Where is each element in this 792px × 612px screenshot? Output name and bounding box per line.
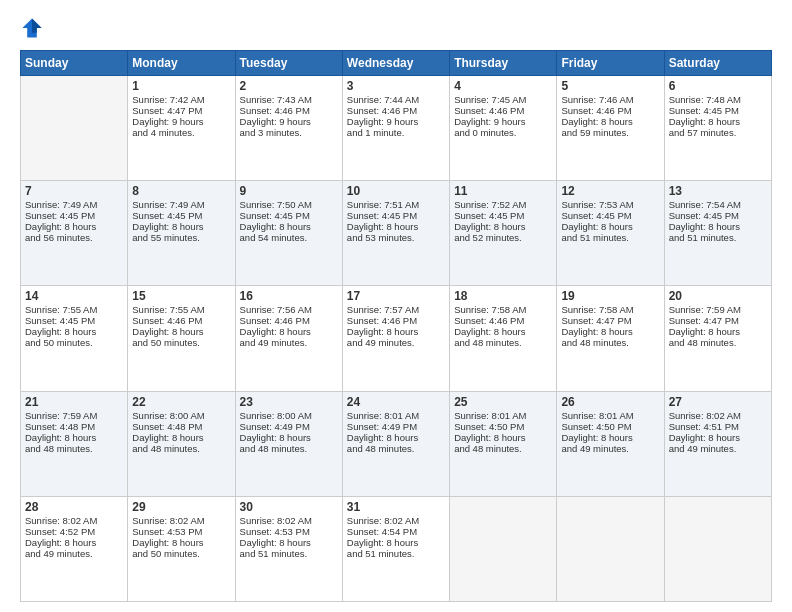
calendar-cell: 13Sunrise: 7:54 AMSunset: 4:45 PMDayligh… — [664, 181, 771, 286]
day-number: 5 — [561, 79, 659, 93]
calendar-cell: 29Sunrise: 8:02 AMSunset: 4:53 PMDayligh… — [128, 496, 235, 601]
day-info: and 49 minutes. — [669, 443, 767, 454]
weekday-header-saturday: Saturday — [664, 51, 771, 76]
day-info: and 48 minutes. — [347, 443, 445, 454]
calendar-cell: 20Sunrise: 7:59 AMSunset: 4:47 PMDayligh… — [664, 286, 771, 391]
day-info: Sunrise: 8:01 AM — [561, 410, 659, 421]
day-info: Sunset: 4:45 PM — [347, 210, 445, 221]
day-info: Sunrise: 8:02 AM — [240, 515, 338, 526]
calendar-cell: 18Sunrise: 7:58 AMSunset: 4:46 PMDayligh… — [450, 286, 557, 391]
day-info: Daylight: 8 hours — [669, 432, 767, 443]
calendar-cell: 17Sunrise: 7:57 AMSunset: 4:46 PMDayligh… — [342, 286, 449, 391]
day-number: 2 — [240, 79, 338, 93]
day-number: 17 — [347, 289, 445, 303]
day-info: Sunrise: 7:44 AM — [347, 94, 445, 105]
day-info: and 4 minutes. — [132, 127, 230, 138]
calendar-cell: 7Sunrise: 7:49 AMSunset: 4:45 PMDaylight… — [21, 181, 128, 286]
day-info: Daylight: 8 hours — [561, 116, 659, 127]
day-number: 6 — [669, 79, 767, 93]
day-number: 26 — [561, 395, 659, 409]
day-info: and 48 minutes. — [25, 443, 123, 454]
logo — [20, 16, 46, 40]
day-info: Sunset: 4:49 PM — [240, 421, 338, 432]
day-info: Sunset: 4:53 PM — [132, 526, 230, 537]
day-info: and 49 minutes. — [561, 443, 659, 454]
day-info: and 56 minutes. — [25, 232, 123, 243]
day-info: Sunset: 4:46 PM — [561, 105, 659, 116]
calendar-week-row: 1Sunrise: 7:42 AMSunset: 4:47 PMDaylight… — [21, 76, 772, 181]
day-info: Sunrise: 7:54 AM — [669, 199, 767, 210]
day-info: Sunrise: 7:50 AM — [240, 199, 338, 210]
weekday-header-row: SundayMondayTuesdayWednesdayThursdayFrid… — [21, 51, 772, 76]
day-info: Sunrise: 8:02 AM — [132, 515, 230, 526]
day-info: Sunset: 4:46 PM — [454, 105, 552, 116]
day-info: Sunset: 4:49 PM — [347, 421, 445, 432]
day-number: 15 — [132, 289, 230, 303]
day-info: Daylight: 8 hours — [132, 326, 230, 337]
day-info: Sunrise: 7:55 AM — [132, 304, 230, 315]
day-info: Daylight: 8 hours — [240, 221, 338, 232]
day-info: and 51 minutes. — [561, 232, 659, 243]
day-number: 24 — [347, 395, 445, 409]
day-info: Sunset: 4:47 PM — [669, 315, 767, 326]
day-info: Daylight: 8 hours — [132, 537, 230, 548]
day-info: Sunset: 4:47 PM — [561, 315, 659, 326]
day-info: Sunset: 4:48 PM — [132, 421, 230, 432]
calendar-cell: 30Sunrise: 8:02 AMSunset: 4:53 PMDayligh… — [235, 496, 342, 601]
day-info: Daylight: 8 hours — [454, 221, 552, 232]
calendar-week-row: 21Sunrise: 7:59 AMSunset: 4:48 PMDayligh… — [21, 391, 772, 496]
calendar-week-row: 14Sunrise: 7:55 AMSunset: 4:45 PMDayligh… — [21, 286, 772, 391]
day-info: Daylight: 9 hours — [454, 116, 552, 127]
day-info: Daylight: 9 hours — [347, 116, 445, 127]
page: SundayMondayTuesdayWednesdayThursdayFrid… — [0, 0, 792, 612]
day-number: 23 — [240, 395, 338, 409]
calendar-cell: 31Sunrise: 8:02 AMSunset: 4:54 PMDayligh… — [342, 496, 449, 601]
day-info: Sunset: 4:45 PM — [25, 315, 123, 326]
day-info: Daylight: 8 hours — [240, 537, 338, 548]
day-info: Daylight: 8 hours — [25, 537, 123, 548]
day-number: 7 — [25, 184, 123, 198]
day-info: Sunset: 4:45 PM — [454, 210, 552, 221]
day-info: Sunrise: 7:53 AM — [561, 199, 659, 210]
day-info: Sunset: 4:45 PM — [25, 210, 123, 221]
calendar-cell: 1Sunrise: 7:42 AMSunset: 4:47 PMDaylight… — [128, 76, 235, 181]
day-info: Sunrise: 7:59 AM — [25, 410, 123, 421]
day-info: Daylight: 8 hours — [240, 326, 338, 337]
day-info: and 3 minutes. — [240, 127, 338, 138]
day-info: Sunrise: 8:02 AM — [669, 410, 767, 421]
weekday-header-thursday: Thursday — [450, 51, 557, 76]
day-info: Sunrise: 7:55 AM — [25, 304, 123, 315]
calendar-week-row: 28Sunrise: 8:02 AMSunset: 4:52 PMDayligh… — [21, 496, 772, 601]
day-info: Sunrise: 8:01 AM — [347, 410, 445, 421]
day-info: Sunrise: 7:42 AM — [132, 94, 230, 105]
day-info: Daylight: 8 hours — [132, 221, 230, 232]
day-info: and 48 minutes. — [454, 337, 552, 348]
day-info: Sunrise: 8:00 AM — [132, 410, 230, 421]
day-info: Sunrise: 7:51 AM — [347, 199, 445, 210]
day-info: Sunrise: 7:57 AM — [347, 304, 445, 315]
day-info: Daylight: 8 hours — [25, 221, 123, 232]
calendar-cell: 5Sunrise: 7:46 AMSunset: 4:46 PMDaylight… — [557, 76, 664, 181]
day-info: Sunset: 4:51 PM — [669, 421, 767, 432]
day-info: Sunset: 4:47 PM — [132, 105, 230, 116]
day-info: and 54 minutes. — [240, 232, 338, 243]
day-info: Sunset: 4:45 PM — [669, 210, 767, 221]
calendar-cell: 21Sunrise: 7:59 AMSunset: 4:48 PMDayligh… — [21, 391, 128, 496]
day-info: and 51 minutes. — [240, 548, 338, 559]
day-info: and 55 minutes. — [132, 232, 230, 243]
day-info: Daylight: 9 hours — [240, 116, 338, 127]
day-info: Sunrise: 8:01 AM — [454, 410, 552, 421]
day-info: Sunset: 4:50 PM — [561, 421, 659, 432]
day-info: and 48 minutes. — [240, 443, 338, 454]
header — [20, 16, 772, 40]
day-info: Sunset: 4:45 PM — [561, 210, 659, 221]
day-number: 18 — [454, 289, 552, 303]
day-info: Daylight: 8 hours — [454, 326, 552, 337]
day-number: 19 — [561, 289, 659, 303]
day-info: Sunset: 4:54 PM — [347, 526, 445, 537]
day-info: Daylight: 9 hours — [132, 116, 230, 127]
weekday-header-sunday: Sunday — [21, 51, 128, 76]
day-info: Sunset: 4:46 PM — [240, 105, 338, 116]
day-info: Sunset: 4:46 PM — [454, 315, 552, 326]
day-info: and 48 minutes. — [561, 337, 659, 348]
